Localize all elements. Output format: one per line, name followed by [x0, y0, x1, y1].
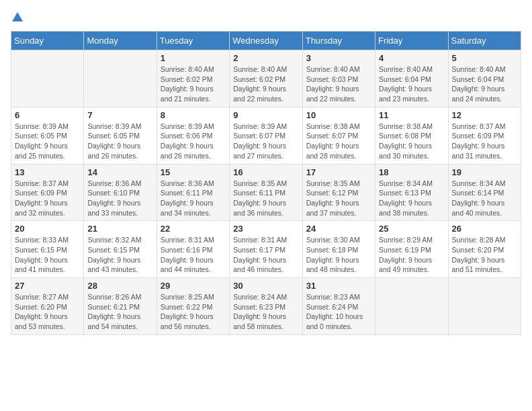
- day-detail: Sunrise: 8:26 AM Sunset: 6:21 PM Dayligh…: [87, 293, 141, 330]
- calendar-cell: 14Sunrise: 8:36 AM Sunset: 6:10 PM Dayli…: [84, 164, 157, 221]
- calendar-cell: 29Sunrise: 8:25 AM Sunset: 6:22 PM Dayli…: [157, 278, 229, 335]
- day-number: 28: [87, 281, 152, 291]
- calendar-cell: 9Sunrise: 8:39 AM Sunset: 6:07 PM Daylig…: [230, 107, 302, 164]
- day-detail: Sunrise: 8:39 AM Sunset: 6:05 PM Dayligh…: [15, 122, 69, 160]
- calendar-cell: 10Sunrise: 8:38 AM Sunset: 6:07 PM Dayli…: [302, 107, 375, 164]
- header-friday: Friday: [375, 32, 448, 50]
- day-number: 9: [233, 110, 298, 120]
- calendar-cell: 28Sunrise: 8:26 AM Sunset: 6:21 PM Dayli…: [84, 278, 157, 335]
- day-detail: Sunrise: 8:38 AM Sunset: 6:08 PM Dayligh…: [379, 122, 433, 160]
- calendar-cell: 4Sunrise: 8:40 AM Sunset: 6:04 PM Daylig…: [375, 50, 448, 107]
- day-number: 4: [379, 53, 444, 63]
- calendar-week-row: 20Sunrise: 8:33 AM Sunset: 6:15 PM Dayli…: [11, 221, 521, 278]
- calendar-cell: 19Sunrise: 8:34 AM Sunset: 6:14 PM Dayli…: [448, 164, 521, 221]
- logo: [11, 11, 24, 24]
- day-detail: Sunrise: 8:25 AM Sunset: 6:22 PM Dayligh…: [161, 293, 214, 330]
- day-number: 27: [15, 281, 80, 291]
- day-detail: Sunrise: 8:38 AM Sunset: 6:07 PM Dayligh…: [306, 122, 360, 160]
- day-number: 17: [306, 167, 371, 177]
- day-number: 11: [379, 110, 444, 120]
- day-number: 16: [233, 167, 298, 177]
- day-number: 25: [379, 224, 444, 234]
- calendar-cell: 24Sunrise: 8:30 AM Sunset: 6:18 PM Dayli…: [302, 221, 375, 278]
- header-tuesday: Tuesday: [157, 32, 229, 50]
- calendar-week-row: 1Sunrise: 8:40 AM Sunset: 6:02 PM Daylig…: [11, 50, 521, 107]
- day-number: 29: [161, 281, 226, 291]
- day-detail: Sunrise: 8:40 AM Sunset: 6:02 PM Dayligh…: [233, 65, 287, 103]
- calendar-cell: 7Sunrise: 8:39 AM Sunset: 6:05 PM Daylig…: [84, 107, 157, 164]
- day-detail: Sunrise: 8:28 AM Sunset: 6:20 PM Dayligh…: [452, 236, 506, 273]
- calendar-cell: 21Sunrise: 8:32 AM Sunset: 6:15 PM Dayli…: [84, 221, 157, 278]
- day-detail: Sunrise: 8:32 AM Sunset: 6:15 PM Dayligh…: [87, 236, 141, 273]
- calendar-week-row: 6Sunrise: 8:39 AM Sunset: 6:05 PM Daylig…: [11, 107, 521, 164]
- day-number: 20: [15, 224, 80, 234]
- day-detail: Sunrise: 8:37 AM Sunset: 6:09 PM Dayligh…: [15, 179, 69, 217]
- day-number: 26: [452, 224, 517, 234]
- calendar-week-row: 13Sunrise: 8:37 AM Sunset: 6:09 PM Dayli…: [11, 164, 521, 221]
- day-number: 15: [161, 167, 226, 177]
- day-number: 6: [15, 110, 80, 120]
- calendar-cell: 12Sunrise: 8:37 AM Sunset: 6:09 PM Dayli…: [448, 107, 521, 164]
- day-number: 8: [161, 110, 226, 120]
- calendar-cell: [84, 50, 157, 107]
- calendar-cell: 26Sunrise: 8:28 AM Sunset: 6:20 PM Dayli…: [448, 221, 521, 278]
- day-detail: Sunrise: 8:40 AM Sunset: 6:03 PM Dayligh…: [306, 65, 360, 103]
- day-detail: Sunrise: 8:37 AM Sunset: 6:09 PM Dayligh…: [452, 122, 506, 160]
- day-number: 10: [306, 110, 371, 120]
- calendar-cell: 16Sunrise: 8:35 AM Sunset: 6:11 PM Dayli…: [230, 164, 302, 221]
- day-detail: Sunrise: 8:40 AM Sunset: 6:04 PM Dayligh…: [379, 65, 433, 103]
- day-number: 31: [306, 281, 371, 291]
- calendar-cell: 6Sunrise: 8:39 AM Sunset: 6:05 PM Daylig…: [11, 107, 84, 164]
- calendar-cell: 2Sunrise: 8:40 AM Sunset: 6:02 PM Daylig…: [230, 50, 302, 107]
- day-detail: Sunrise: 8:31 AM Sunset: 6:16 PM Dayligh…: [161, 236, 214, 273]
- calendar-cell: 1Sunrise: 8:40 AM Sunset: 6:02 PM Daylig…: [157, 50, 229, 107]
- calendar-cell: 13Sunrise: 8:37 AM Sunset: 6:09 PM Dayli…: [11, 164, 84, 221]
- calendar-cell: 22Sunrise: 8:31 AM Sunset: 6:16 PM Dayli…: [157, 221, 229, 278]
- calendar-cell: 8Sunrise: 8:39 AM Sunset: 6:06 PM Daylig…: [157, 107, 229, 164]
- calendar-header-row: SundayMondayTuesdayWednesdayThursdayFrid…: [11, 32, 521, 50]
- day-number: 22: [161, 224, 226, 234]
- calendar-cell: 17Sunrise: 8:35 AM Sunset: 6:12 PM Dayli…: [302, 164, 375, 221]
- day-number: 19: [452, 167, 517, 177]
- calendar-cell: 23Sunrise: 8:31 AM Sunset: 6:17 PM Dayli…: [230, 221, 302, 278]
- day-number: 18: [379, 167, 444, 177]
- day-detail: Sunrise: 8:36 AM Sunset: 6:10 PM Dayligh…: [87, 179, 141, 217]
- header-sunday: Sunday: [11, 32, 84, 50]
- day-number: 2: [233, 53, 298, 63]
- calendar-cell: [448, 278, 521, 335]
- calendar-cell: [11, 50, 84, 107]
- calendar-cell: 3Sunrise: 8:40 AM Sunset: 6:03 PM Daylig…: [302, 50, 375, 107]
- logo-icon: [11, 11, 24, 24]
- day-number: 3: [306, 53, 371, 63]
- day-detail: Sunrise: 8:33 AM Sunset: 6:15 PM Dayligh…: [15, 236, 69, 273]
- day-number: 12: [452, 110, 517, 120]
- day-detail: Sunrise: 8:23 AM Sunset: 6:24 PM Dayligh…: [306, 293, 363, 330]
- calendar-cell: 18Sunrise: 8:34 AM Sunset: 6:13 PM Dayli…: [375, 164, 448, 221]
- header-saturday: Saturday: [448, 32, 521, 50]
- header-monday: Monday: [84, 32, 157, 50]
- day-detail: Sunrise: 8:39 AM Sunset: 6:05 PM Dayligh…: [87, 122, 141, 160]
- day-detail: Sunrise: 8:24 AM Sunset: 6:23 PM Dayligh…: [233, 293, 287, 330]
- day-detail: Sunrise: 8:27 AM Sunset: 6:20 PM Dayligh…: [15, 293, 69, 330]
- day-detail: Sunrise: 8:34 AM Sunset: 6:13 PM Dayligh…: [379, 179, 433, 217]
- day-detail: Sunrise: 8:35 AM Sunset: 6:11 PM Dayligh…: [233, 179, 287, 217]
- day-detail: Sunrise: 8:30 AM Sunset: 6:18 PM Dayligh…: [306, 236, 360, 273]
- calendar-cell: 20Sunrise: 8:33 AM Sunset: 6:15 PM Dayli…: [11, 221, 84, 278]
- header-wednesday: Wednesday: [230, 32, 302, 50]
- day-number: 23: [233, 224, 298, 234]
- calendar-table: SundayMondayTuesdayWednesdayThursdayFrid…: [11, 31, 521, 335]
- day-detail: Sunrise: 8:36 AM Sunset: 6:11 PM Dayligh…: [161, 179, 214, 217]
- day-detail: Sunrise: 8:29 AM Sunset: 6:19 PM Dayligh…: [379, 236, 433, 273]
- calendar-cell: 31Sunrise: 8:23 AM Sunset: 6:24 PM Dayli…: [302, 278, 375, 335]
- day-detail: Sunrise: 8:40 AM Sunset: 6:02 PM Dayligh…: [161, 65, 214, 103]
- day-number: 21: [87, 224, 152, 234]
- calendar-cell: 27Sunrise: 8:27 AM Sunset: 6:20 PM Dayli…: [11, 278, 84, 335]
- day-detail: Sunrise: 8:40 AM Sunset: 6:04 PM Dayligh…: [452, 65, 506, 103]
- day-detail: Sunrise: 8:34 AM Sunset: 6:14 PM Dayligh…: [452, 179, 506, 217]
- day-number: 7: [87, 110, 152, 120]
- day-detail: Sunrise: 8:39 AM Sunset: 6:07 PM Dayligh…: [233, 122, 287, 160]
- page-header: [11, 11, 521, 24]
- calendar-cell: [375, 278, 448, 335]
- calendar-cell: 15Sunrise: 8:36 AM Sunset: 6:11 PM Dayli…: [157, 164, 229, 221]
- day-detail: Sunrise: 8:39 AM Sunset: 6:06 PM Dayligh…: [161, 122, 214, 160]
